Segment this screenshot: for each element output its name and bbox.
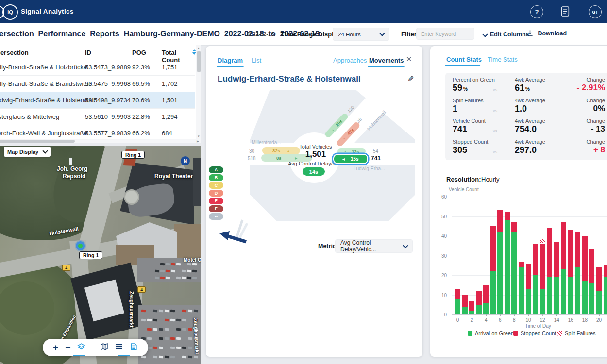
edit-pencil-icon[interactable]: ✎ (407, 74, 414, 83)
column-header-id[interactable]: ID (85, 49, 91, 56)
bar-stopped-count-h4[interactable] (483, 285, 489, 302)
los-pill-D: D (209, 190, 223, 197)
zoom-out-button[interactable]: − (65, 342, 70, 353)
bar-stopped-count-h21[interactable] (604, 265, 607, 277)
bar-arrival-on-green-h1[interactable] (462, 307, 468, 314)
table-row[interactable]: Alsterglacis & Mittelweg 53.5610_9.9903 … (0, 108, 195, 125)
bar-stopped-count-h11[interactable] (533, 244, 538, 275)
scroll-right-arrow[interactable]: ▶ (197, 139, 199, 143)
center-metric-pill[interactable]: 14s (303, 167, 325, 176)
map-legend-button[interactable] (130, 343, 138, 353)
bar-arrival-on-green-h4[interactable] (483, 303, 489, 314)
bar-arrival-on-green-h17[interactable] (575, 267, 580, 314)
bar-stopped-count-h3[interactable] (476, 291, 482, 304)
tab-count-stats[interactable]: Count Stats (446, 56, 482, 63)
user-avatar[interactable]: GT (589, 5, 602, 18)
column-header-intersection[interactable]: Intersection (0, 49, 29, 56)
bar-stopped-count-h1[interactable] (462, 295, 468, 307)
bar-arrival-on-green-h8[interactable] (511, 232, 517, 314)
bar-stopped-count-h5[interactable] (490, 226, 496, 271)
bar-stopped-count-h14[interactable] (554, 242, 559, 277)
filter-input[interactable] (416, 28, 474, 40)
column-header-pog[interactable]: POG (132, 49, 146, 56)
split-failure-marker-h12[interactable] (540, 239, 545, 243)
edit-columns-button[interactable]: Edit Columns (483, 30, 529, 38)
bar-arrival-on-green-h14[interactable] (554, 277, 559, 314)
parked-car (153, 328, 157, 331)
layers-button[interactable] (77, 343, 85, 353)
xtick-mark (542, 314, 543, 316)
bar-arrival-on-green-h19[interactable] (589, 283, 594, 314)
bar-arrival-on-green-h21[interactable] (604, 277, 607, 314)
parked-car (188, 356, 192, 358)
table-row-selected[interactable]: Ludwig-Erhard-Straße & Holstenwall 53.54… (0, 92, 195, 109)
bar-arrival-on-green-h18[interactable] (582, 281, 588, 314)
tab-diagram[interactable]: Diagram (218, 57, 243, 64)
arrow-up-icon: ▲ (331, 128, 335, 132)
reports-doc-icon[interactable] (561, 6, 570, 19)
vertical-scrollbar[interactable]: ▲ ▼ (196, 45, 201, 139)
legend-item-stopped-count[interactable]: Stopped Count (513, 331, 556, 336)
bar-stopped-count-h0[interactable] (455, 289, 460, 298)
bar-arrival-on-green-h9[interactable] (519, 267, 524, 314)
horizontal-scrollbar[interactable]: ▶ (0, 139, 201, 143)
satellite-map[interactable]: Ring 1 N Joh. Georg Repsold Royal Theate… (0, 146, 201, 364)
bar-stopped-count-h12[interactable] (540, 244, 545, 289)
horizontal-scroll-thumb[interactable] (0, 140, 75, 143)
bar-arrival-on-green-h16[interactable] (568, 277, 573, 314)
app-logo-icon[interactable]: iQ (2, 4, 18, 20)
bar-arrival-on-green-h6[interactable] (497, 232, 503, 314)
metric-dropdown[interactable]: Avg Control Delay/Vehic... (335, 239, 413, 253)
bar-arrival-on-green-h20[interactable] (596, 291, 602, 314)
zoom-in-button[interactable]: + (53, 342, 58, 353)
bar-stopped-count-h13[interactable] (547, 228, 552, 277)
bar-stopped-count-h6[interactable] (497, 210, 503, 232)
table-row[interactable]: Willy-Brandt-Straße & Brandstwiete 53.54… (0, 75, 195, 92)
bar-stopped-count-h7[interactable] (505, 212, 510, 220)
list-button[interactable] (115, 343, 123, 352)
download-button[interactable]: Download (527, 29, 567, 37)
bar-stopped-count-h10[interactable] (526, 264, 531, 289)
bar-arrival-on-green-h10[interactable] (526, 289, 531, 314)
compass-north-icon[interactable]: N (181, 156, 190, 165)
bar-arrival-on-green-h0[interactable] (455, 299, 460, 314)
bar-arrival-on-green-h7[interactable] (505, 220, 510, 314)
bar-stopped-count-h2[interactable] (469, 301, 474, 311)
bar-arrival-on-green-h2[interactable] (469, 311, 474, 314)
legend-item-split-failures[interactable]: Split Failures (557, 331, 596, 336)
close-icon[interactable]: ✕ (406, 55, 412, 64)
parked-car (147, 337, 152, 340)
vertical-scroll-thumb[interactable] (197, 51, 201, 72)
bar-stopped-count-h18[interactable] (582, 236, 588, 281)
sort-icon[interactable] (192, 49, 196, 55)
intersection-map-marker[interactable] (76, 241, 85, 250)
stacked-bar-chart[interactable]: 02468101214161820 (452, 197, 607, 315)
bar-arrival-on-green-h5[interactable] (490, 271, 496, 314)
scroll-down-arrow[interactable]: ▼ (197, 134, 200, 138)
bar-arrival-on-green-h12[interactable] (540, 289, 545, 314)
tab-list[interactable]: List (252, 57, 261, 64)
bar-stopped-count-h20[interactable] (596, 267, 602, 291)
bar-stopped-count-h15[interactable] (561, 222, 566, 269)
movement-pill-selected[interactable]: ◀ 15s (333, 154, 368, 164)
bar-arrival-on-green-h13[interactable] (547, 277, 552, 314)
tab-approaches[interactable]: Approaches (333, 57, 367, 64)
basemap-button[interactable] (100, 343, 108, 353)
map-display-dropdown[interactable]: Map Display (4, 147, 51, 157)
tab-time-stats[interactable]: Time Stats (488, 56, 518, 63)
bar-arrival-on-green-h15[interactable] (561, 269, 566, 314)
bar-stopped-count-h16[interactable] (568, 230, 573, 277)
help-icon[interactable]: ? (530, 5, 543, 18)
bar-stopped-count-h19[interactable] (589, 249, 594, 283)
legend-item-arrival-on-green[interactable]: Arrival on Green (468, 331, 514, 336)
bar-arrival-on-green-h3[interactable] (476, 305, 482, 314)
tab-movements[interactable]: Movements (369, 57, 404, 64)
scroll-up-arrow[interactable]: ▲ (197, 46, 200, 50)
table-row[interactable]: Willy-Brandt-Straße & Holzbrücke 53.5473… (0, 59, 195, 76)
bar-arrival-on-green-h11[interactable] (533, 275, 538, 314)
bar-stopped-count-h8[interactable] (511, 222, 517, 232)
bar-stopped-count-h9[interactable] (519, 262, 524, 267)
time-range-dropdown[interactable]: 24 Hours (333, 28, 389, 41)
resolution-value[interactable]: Hourly (481, 176, 500, 183)
bar-stopped-count-h17[interactable] (575, 232, 580, 267)
